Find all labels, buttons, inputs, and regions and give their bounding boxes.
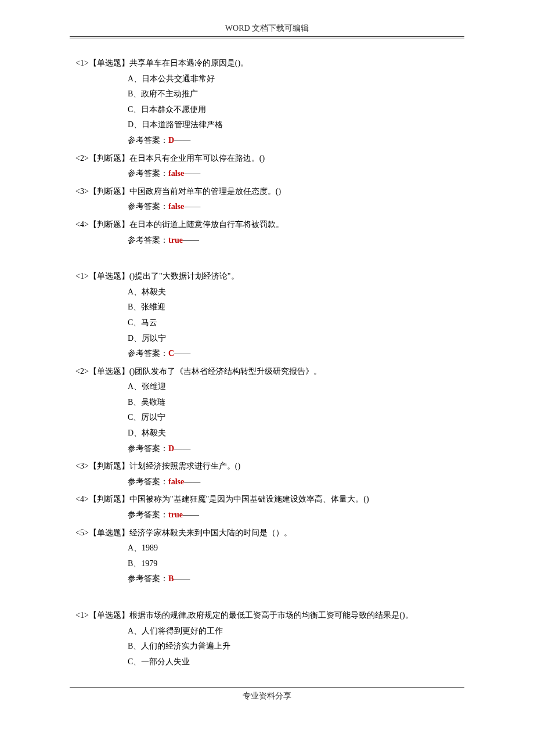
answer-dash: —— [174, 574, 190, 583]
option-item: B、张维迎 [128, 300, 459, 315]
option-item: D、厉以宁 [128, 331, 459, 347]
answer-value: true [168, 510, 183, 519]
question-line: <2>【单选题】()团队发布了《吉林省经济结构转型升级研究报告》。 [75, 364, 459, 380]
option-list: A、日本公共交通非常好B、政府不主动推广C、日本群众不愿使用D、日本道路管理法律… [75, 71, 459, 133]
answer-label: 参考答案： [128, 202, 168, 211]
question-text: 在日本的街道上随意停放自行车将被罚款。 [129, 217, 284, 233]
answer-value: C [168, 349, 174, 358]
question-text: 中国政府当前对单车的管理是放任态度。() [129, 184, 281, 200]
answer-dash: —— [174, 349, 190, 358]
answer-label: 参考答案： [128, 477, 168, 486]
section-gap [75, 250, 459, 269]
question-type: 【判断题】 [89, 151, 129, 167]
option-list: A、林毅夫B、张维迎C、马云D、厉以宁 [75, 285, 459, 346]
question-text: 根据市场的规律,政府规定的最低工资高于市场的均衡工资可能导致的结果是()。 [129, 608, 413, 624]
answer-label: 参考答案： [128, 169, 168, 178]
answer-label: 参考答案： [128, 349, 168, 358]
question-line: <3>【判断题】计划经济按照需求进行生产。() [75, 459, 459, 474]
option-item: D、林毅夫 [128, 426, 459, 441]
question-line: <3>【判断题】中国政府当前对单车的管理是放任态度。() [75, 184, 459, 200]
option-item: C、一部分人失业 [128, 654, 459, 670]
answer-dash: —— [174, 136, 190, 145]
footer-rule [70, 687, 464, 687]
page-header: WORD 文档下载可编辑 [46, 23, 488, 34]
answer-value: D [168, 136, 174, 145]
question-text: 计划经济按照需求进行生产。() [129, 459, 240, 474]
question-text: ()提出了"大数据计划经济论"。 [129, 269, 239, 285]
question-number: <2> [75, 151, 89, 167]
option-item: C、日本群众不愿使用 [128, 102, 459, 118]
question-line: <2>【判断题】在日本只有企业用车可以停在路边。() [75, 151, 459, 167]
question-text: 共享单车在日本遇冷的原因是()。 [129, 56, 248, 71]
section-gap [75, 589, 459, 608]
answer-label: 参考答案： [128, 574, 168, 583]
answer-dash: —— [184, 477, 200, 486]
question-number: <3> [75, 184, 89, 200]
question-block: <3>【判断题】中国政府当前对单车的管理是放任态度。()参考答案：false—— [75, 184, 459, 215]
option-item: D、日本道路管理法律严格 [128, 117, 459, 133]
answer-dash: —— [184, 169, 200, 178]
question-number: <4> [75, 217, 89, 233]
question-block: <5>【单选题】经济学家林毅夫来到中国大陆的时间是（）。A、1989B、1979… [75, 525, 459, 587]
question-block: <1>【单选题】根据市场的规律,政府规定的最低工资高于市场的均衡工资可能导致的结… [75, 608, 459, 669]
question-line: <1>【单选题】共享单车在日本遇冷的原因是()。 [75, 56, 459, 71]
answer-value: false [168, 169, 184, 178]
answer-dash: —— [183, 236, 199, 244]
answer-value: true [168, 236, 183, 244]
question-number: <1> [75, 56, 89, 71]
question-text: 在日本只有企业用车可以停在路边。() [129, 151, 265, 167]
question-block: <1>【单选题】()提出了"大数据计划经济论"。A、林毅夫B、张维迎C、马云D、… [75, 269, 459, 362]
question-block: <4>【判断题】中国被称为"基建狂魔"是因为中国基础设施建设效率高、体量大。()… [75, 492, 459, 523]
answer-row: 参考答案：false—— [75, 474, 459, 490]
question-type: 【单选题】 [89, 608, 129, 624]
question-type: 【判断题】 [89, 217, 129, 233]
question-line: <5>【单选题】经济学家林毅夫来到中国大陆的时间是（）。 [75, 525, 459, 541]
question-line: <4>【判断题】中国被称为"基建狂魔"是因为中国基础设施建设效率高、体量大。() [75, 492, 459, 507]
header-rule-top [70, 36, 464, 37]
answer-row: 参考答案：true—— [75, 233, 459, 249]
header-rule-bottom [70, 38, 464, 38]
option-item: A、日本公共交通非常好 [128, 71, 459, 87]
option-item: B、1979 [128, 556, 459, 572]
option-list: A、1989B、1979 [75, 541, 459, 571]
answer-value: false [168, 477, 184, 486]
option-item: A、1989 [128, 541, 459, 556]
question-line: <1>【单选题】根据市场的规律,政府规定的最低工资高于市场的均衡工资可能导致的结… [75, 608, 459, 624]
option-item: B、人们的经济实力普遍上升 [128, 639, 459, 654]
answer-value: D [168, 444, 174, 453]
answer-label: 参考答案： [128, 444, 168, 453]
answer-row: 参考答案：C—— [75, 346, 459, 362]
question-type: 【单选题】 [89, 525, 129, 541]
option-list: A、人们将得到更好的工作B、人们的经济实力普遍上升C、一部分人失业 [75, 624, 459, 670]
question-type: 【判断题】 [89, 459, 129, 474]
question-block: <2>【判断题】在日本只有企业用车可以停在路边。()参考答案：false—— [75, 151, 459, 182]
question-type: 【判断题】 [89, 184, 129, 200]
question-text: 中国被称为"基建狂魔"是因为中国基础设施建设效率高、体量大。() [129, 492, 369, 507]
question-type: 【单选题】 [89, 364, 129, 380]
question-number: <4> [75, 492, 89, 507]
answer-dash: —— [183, 510, 199, 519]
question-block: <2>【单选题】()团队发布了《吉林省经济结构转型升级研究报告》。A、张维迎B、… [75, 364, 459, 457]
answer-row: 参考答案：B—— [75, 571, 459, 587]
answer-row: 参考答案：true—— [75, 507, 459, 523]
answer-value: false [168, 202, 184, 211]
question-number: <2> [75, 364, 89, 380]
option-list: A、张维迎B、吴敬琏C、厉以宁D、林毅夫 [75, 379, 459, 441]
answer-dash: —— [174, 444, 190, 453]
question-line: <1>【单选题】()提出了"大数据计划经济论"。 [75, 269, 459, 285]
question-text: ()团队发布了《吉林省经济结构转型升级研究报告》。 [129, 364, 322, 380]
answer-row: 参考答案：false—— [75, 166, 459, 182]
question-number: <1> [75, 269, 89, 285]
answer-label: 参考答案： [128, 136, 168, 145]
answer-row: 参考答案：D—— [75, 133, 459, 149]
option-item: C、厉以宁 [128, 410, 459, 426]
option-item: A、张维迎 [128, 379, 459, 395]
option-item: A、林毅夫 [128, 285, 459, 300]
question-type: 【单选题】 [89, 56, 129, 71]
page-footer: 专业资料分享 [46, 691, 488, 701]
question-type: 【单选题】 [89, 269, 129, 285]
option-item: B、政府不主动推广 [128, 87, 459, 102]
question-line: <4>【判断题】在日本的街道上随意停放自行车将被罚款。 [75, 217, 459, 233]
option-item: A、人们将得到更好的工作 [128, 624, 459, 639]
question-number: <3> [75, 459, 89, 474]
